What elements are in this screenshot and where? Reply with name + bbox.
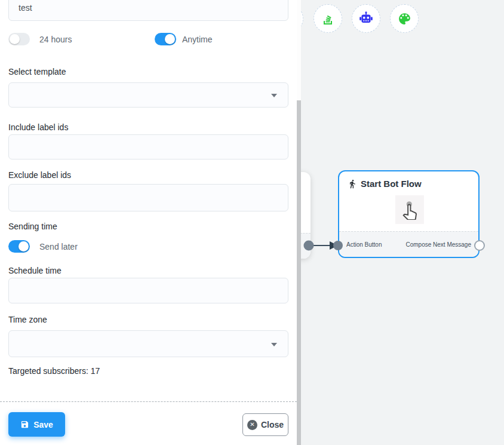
palette-icon [397,11,412,26]
source-port[interactable] [304,241,314,251]
toolbar-circle-partial[interactable] [301,4,303,33]
close-button[interactable]: ✕ Close [242,413,288,436]
exclude-label-ids-input[interactable] [8,184,288,211]
app-root: 24 hours Anytime Select template Include… [0,0,504,445]
toggle-knob [165,34,175,44]
save-button[interactable]: Save [8,412,65,437]
node-title: Start Bot Flow [361,179,422,189]
include-label-ids-label: Include label ids [8,122,68,132]
send-later-label: Send later [39,242,78,251]
hand-pointer-icon [399,200,420,220]
time-zone-select[interactable] [8,330,288,357]
panel-scrollbar-track[interactable] [297,0,301,445]
start-bot-flow-node[interactable]: Start Bot Flow Action Button Compose Nex… [338,170,480,258]
24-hours-toggle[interactable] [8,33,30,45]
toolbar-palette-button[interactable] [390,4,419,33]
save-icon [20,420,29,429]
flow-canvas[interactable]: Start Bot Flow Action Button Compose Nex… [301,0,504,445]
compose-next-message-label[interactable]: Compose Next Message [406,241,472,248]
action-button-label[interactable]: Action Button [346,241,382,248]
node-tap-button[interactable] [395,195,424,224]
send-later-toggle[interactable] [8,240,30,253]
robot-icon [358,11,374,26]
campaign-form-panel: 24 hours Anytime Select template Include… [0,0,297,445]
toggle-knob [19,241,29,251]
footer-divider [0,401,297,402]
output-port[interactable] [475,241,484,250]
include-label-ids-input[interactable] [8,134,288,159]
anytime-toggle[interactable] [155,33,176,45]
schedule-time-input[interactable] [8,278,288,303]
panel-scrollbar-thumb[interactable] [297,100,301,445]
campaign-name-input[interactable] [8,0,288,21]
walking-person-icon [348,179,357,189]
time-zone-label: Time zone [8,315,47,324]
stack-icon [321,11,335,26]
node-header: Start Bot Flow [348,179,422,189]
toggle-knob [10,34,20,44]
targeted-subscribers-text: Targeted subscribers: 17 [8,366,100,376]
close-button-label: Close [261,420,284,429]
schedule-time-label: Schedule time [8,266,62,275]
input-port[interactable] [333,241,343,250]
24-hours-label: 24 hours [39,35,72,44]
close-icon: ✕ [247,420,257,430]
toolbar-stack-button[interactable] [314,4,342,33]
save-button-label: Save [33,420,53,429]
sending-time-label: Sending time [8,222,57,231]
chevron-down-icon [271,343,277,346]
exclude-label-ids-label: Exclude label ids [8,170,71,180]
toolbar-bot-button[interactable] [352,4,380,33]
anytime-label: Anytime [182,35,213,44]
template-select[interactable] [8,82,288,108]
select-template-label: Select template [8,67,66,76]
node-footer: Action Button Compose Next Message [339,231,478,257]
chevron-down-icon [271,94,277,97]
